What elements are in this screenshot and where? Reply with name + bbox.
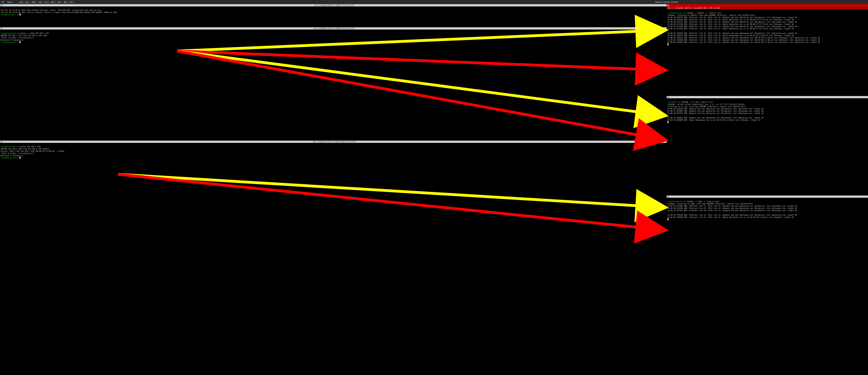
- output-line: 14:46:47.705638 ARP, Ethernet (len 6), I…: [667, 39, 820, 41]
- window-icon: [1, 4, 2, 6]
- main-area: ssh -J root@192.168.56.1 root@172.16.0.1…: [0, 4, 868, 375]
- output-line: ARPING 192.168.1.156 from 192.168.1.248 …: [1, 35, 47, 36]
- output-line: 14:46:45.702920 ARP, Ethernet (len 6), I…: [667, 32, 797, 34]
- right-column: ssh -J root@192.168.56.1 root@192.168.1.…: [666, 4, 868, 375]
- output-line: 14:46:39.070177 ARP, Ethernet (len 6), I…: [667, 17, 797, 19]
- window-title: ssh -J root@192.168.56.1 root@172.16.0.1…: [2, 27, 666, 29]
- taskbar: ss… ss… AR… ss… cr… LE… [D… [D… Pi…: [19, 1, 75, 3]
- task-item[interactable]: ss…: [25, 1, 31, 3]
- output-line: ARPING 192.168.1.248 from 192.168.1.156 …: [1, 148, 49, 150]
- terminal-debianwan-tcpdump[interactable]: root@debianwan:~# tcpdump -i tap0 -v "ic…: [666, 198, 868, 375]
- command: arping 192.168.1.248: [20, 146, 40, 148]
- output-line: listening on br-lan, link-type EN10MB (E…: [667, 105, 746, 107]
- window-icon: [1, 141, 2, 143]
- window-title: ssh -J root@192.168.56.1 root@172.16.0.1…: [669, 196, 868, 197]
- output-line: 14:46:48.706092 ARP, Ethernet (len 6), I…: [667, 41, 820, 43]
- terminal-titlebar-active[interactable]: ssh -J root@192.168.56.1 root@192.168.1.…: [666, 4, 868, 7]
- command: arping -i tap0 192.168.1.156: [20, 32, 49, 34]
- output-line: 14:46:41.073381 ARP, Ethernet (len 6), I…: [667, 210, 797, 212]
- terminal-debianlan-arping[interactable]: root@debianlan:~# arping 192.168.1.248 A…: [0, 143, 666, 375]
- task-item[interactable]: LE…: [50, 1, 56, 3]
- output-line: tcpdump: listening on enp0s3, link-type …: [667, 14, 755, 16]
- output-line: Received 1 response(s): [1, 155, 24, 157]
- output-line: 14:46:45.705568 ARP, Ethernet (len 6), I…: [667, 214, 797, 216]
- output-line: 14:46:37.874687 ARP, Request who-has deb…: [667, 110, 764, 112]
- output-line: 14:46:40.071199 ARP, Ethernet (len 6), I…: [667, 23, 794, 25]
- output-line: tcpdump: listening on tap0, link-type EN…: [667, 203, 753, 205]
- cursor: [20, 41, 21, 43]
- output-line: 14:46:45.705590 ARP, Ethernet (len 6), I…: [667, 216, 794, 218]
- terminal-debianlan-tcpdump[interactable]: root@debianlan:~# tcpdump -i enp0s3 -v "…: [666, 9, 868, 96]
- terminal-titlebar[interactable]: ssh root@192.168.56.1 211x19: [666, 96, 868, 98]
- window-icon: [667, 5, 669, 6]
- output-line: ^CSent 3 probes (3 broadcast(s)): [1, 37, 34, 39]
- command: tcpdump -i br-lan "icmp or arp": [681, 101, 713, 103]
- task-item[interactable]: cr…: [44, 1, 50, 3]
- output-line: 14:46:41.072346 ARP, Ethernet (len 6), I…: [667, 28, 794, 30]
- fedora-icon[interactable]: f: [1, 1, 4, 3]
- terminal-titlebar[interactable]: ssh -J root@192.168.56.1 root@192.168.1.…: [0, 140, 666, 143]
- cursor: [667, 218, 669, 220]
- output-line: tcpdump: verbose output suppressed, use …: [667, 103, 745, 105]
- output-line: Received 0 response(s): [1, 39, 24, 41]
- output-line: Unicast reply from 192.168.1.248 [B6:B5:…: [1, 150, 64, 152]
- terminal-tab-active[interactable]: ssh -J root@192.168.56.1 root@192.168.1.…: [666, 7, 868, 9]
- task-item[interactable]: ss…: [38, 1, 43, 3]
- prompt: root@debianwan:~#: [1, 41, 20, 43]
- task-item[interactable]: ss…: [19, 1, 24, 3]
- output-line: 14:46:45.704974 ARP, Ethernet (len 6), I…: [667, 35, 794, 36]
- window-icon: [1, 28, 2, 29]
- cursor: [667, 121, 669, 123]
- prompt: root@debianlan:~#: [1, 157, 20, 159]
- prompt: root@LEDE:~#: [667, 101, 681, 103]
- window-icon: [667, 96, 669, 98]
- task-item[interactable]: AR…: [31, 1, 37, 3]
- prompt: root@debianwan:~#: [667, 200, 686, 202]
- output-line: 14:46:46.704125 ARP, Ethernet (len 6), I…: [667, 37, 820, 39]
- log-line: Tue Oct 10 14:31:02 2017 Data Channel De…: [1, 9, 101, 11]
- task-item[interactable]: [D…: [57, 1, 62, 3]
- terminal-titlebar[interactable]: ssh -J root@192.168.56.1 root@172.16.0.1…: [0, 4, 666, 6]
- task-item[interactable]: Pi…: [69, 1, 75, 3]
- tab-label: ssh -J root@192.168.56.1 root@192.168.1.…: [668, 7, 720, 9]
- panel-left: f Menu ss… ss… AR… ss… cr… LE… [D… [D… P…: [1, 1, 75, 3]
- prompt: root@debianlan:~#: [1, 146, 20, 148]
- terminal-lede-tcpdump[interactable]: root@LEDE:~# tcpdump -i br-lan "icmp or …: [666, 98, 868, 195]
- output-line: 14:46:39.071465 ARP, Ethernet (len 6), I…: [667, 205, 797, 207]
- prompt: root@debianlan:~#: [667, 12, 686, 14]
- output-line: 14:46:43.508486 ARP, Reply debianwan.lan…: [667, 119, 761, 121]
- menu-button[interactable]: Menu: [6, 1, 13, 3]
- log-line: Tue Oct 10 14:31:02 2017 Control Channel…: [1, 11, 117, 13]
- window-title: ssh -J root@192.168.56.1 root@192.168.1.…: [669, 5, 868, 7]
- output-line: 14:46:38.875787 ARP, Request who-has deb…: [667, 112, 764, 114]
- left-column: ssh -J root@192.168.56.1 root@172.16.0.1…: [0, 4, 666, 375]
- cursor: [20, 13, 21, 15]
- output-line: 14:46:40.072554 ARP, Ethernet (len 6), I…: [667, 207, 797, 209]
- prompt: root@debianwan:~#: [1, 32, 20, 34]
- task-item[interactable]: [D…: [63, 1, 69, 3]
- cursor: [667, 43, 669, 45]
- output-line: ^CSent 4 probes (1 broadcast(s)): [1, 152, 34, 154]
- terminal-debianwan-arping[interactable]: root@debianwan:~# arping -i tap0 192.168…: [0, 30, 666, 140]
- top-panel: f Menu ss… ss… AR… ss… cr… LE… [D… [D… P…: [0, 0, 868, 4]
- command: tcpdump -i tap0 -v "icmp or arp": [686, 200, 720, 202]
- output-line: 14:46:43.506813 ARP, Request who-has deb…: [667, 117, 764, 119]
- output-line: 14:46:40.071173 ARP, Ethernet (len 6), I…: [667, 21, 797, 23]
- cursor: [20, 157, 21, 159]
- output-line: 14:46:36.873658 ARP, Request who-has deb…: [667, 108, 764, 110]
- terminal-titlebar[interactable]: ssh -J root@192.168.56.1 root@172.16.0.1…: [666, 195, 868, 198]
- output-line: 14:46:41.072310 ARP, Ethernet (len 6), I…: [667, 26, 797, 27]
- window-title: ssh -J root@192.168.56.1 root@172.16.0.1…: [2, 4, 666, 6]
- window-title: ssh root@192.168.56.1 211x19: [669, 96, 868, 98]
- terminal-debianwan-log[interactable]: Tue Oct 10 14:31:02 2017 Data Channel De…: [0, 6, 666, 27]
- window-title: ssh -J root@192.168.56.1 root@192.168.1.…: [2, 141, 666, 143]
- prompt: root@debianwan:~#: [1, 14, 20, 15]
- output-line: 14:46:39.070207 ARP, Ethernet (len 6), I…: [667, 19, 794, 21]
- command: tcpdump -i enp0s3 -v "icmp or arp": [686, 12, 722, 14]
- terminal-titlebar[interactable]: ssh -J root@192.168.56.1 root@172.16.0.1…: [0, 27, 666, 30]
- window-icon: [667, 196, 669, 197]
- clock: Mardi 10 octobre, 14:46:50: [655, 1, 678, 3]
